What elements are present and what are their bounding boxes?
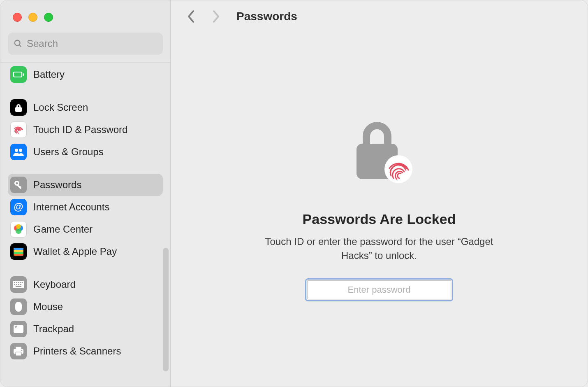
svg-rect-36	[16, 352, 21, 356]
lock-icon	[10, 99, 27, 116]
sidebar-item-label: Lock Screen	[33, 102, 88, 113]
search-field[interactable]	[8, 33, 163, 55]
svg-point-6	[15, 149, 18, 152]
system-settings-window: BatteryLock ScreenTouch ID & PasswordUse…	[0, 0, 588, 387]
sidebar-item-label: Touch ID & Password	[33, 124, 127, 135]
svg-point-37	[21, 350, 23, 351]
mouse-icon	[10, 298, 27, 315]
sidebar-item-mouse[interactable]: Mouse	[8, 296, 163, 318]
chevron-right-icon	[211, 9, 221, 23]
sidebar-item-label: Wallet & Apple Pay	[33, 246, 117, 257]
battery-icon	[10, 66, 27, 83]
sidebar-item-lock-screen[interactable]: Lock Screen	[8, 96, 163, 119]
search-input[interactable]	[23, 38, 157, 49]
sidebar-item-label: Trackpad	[33, 323, 74, 335]
close-window-button[interactable]	[13, 13, 22, 22]
sidebar-item-label: Internet Accounts	[33, 201, 109, 213]
svg-rect-28	[16, 284, 17, 285]
minimize-window-button[interactable]	[28, 13, 37, 22]
svg-rect-32	[15, 302, 22, 312]
fingerprint-icon	[10, 121, 27, 138]
sidebar-item-label: Users & Groups	[33, 146, 104, 158]
sidebar-item-label: Passwords	[33, 179, 81, 191]
gamecenter-icon	[10, 221, 27, 238]
svg-rect-31	[16, 286, 21, 287]
window-controls	[0, 0, 170, 22]
sidebar-item-touch-id[interactable]: Touch ID & Password	[8, 119, 163, 141]
sidebar-item-users-groups[interactable]: Users & Groups	[8, 141, 163, 163]
sidebar-item-label: Mouse	[33, 301, 63, 312]
sidebar-item-label: Keyboard	[33, 279, 76, 290]
svg-point-16	[16, 224, 21, 229]
svg-rect-5	[15, 107, 22, 112]
svg-point-0	[15, 40, 20, 46]
sidebar-item-internet-accounts[interactable]: @Internet Accounts	[8, 196, 163, 218]
key-icon	[10, 177, 27, 193]
svg-line-1	[19, 45, 21, 47]
sidebar: BatteryLock ScreenTouch ID & PasswordUse…	[0, 0, 171, 387]
sidebar-item-printers[interactable]: Printers & Scanners	[8, 340, 163, 362]
sidebar-item-battery[interactable]: Battery	[8, 63, 163, 86]
chevron-left-icon	[186, 9, 196, 23]
svg-rect-17	[14, 248, 23, 250]
sidebar-item-label: Battery	[33, 69, 65, 80]
svg-point-7	[19, 149, 22, 152]
svg-rect-23	[16, 282, 17, 283]
svg-point-9	[16, 182, 18, 184]
sidebar-item-game-center[interactable]: Game Center	[8, 218, 163, 240]
sidebar-item-passwords[interactable]: Passwords	[8, 174, 163, 196]
forward-button[interactable]	[208, 8, 224, 25]
svg-rect-34	[16, 347, 21, 349]
fingerprint-icon	[384, 155, 412, 183]
password-input[interactable]	[307, 280, 451, 299]
svg-text:@: @	[14, 201, 23, 212]
sidebar-scroll[interactable]: BatteryLock ScreenTouch ID & PasswordUse…	[0, 63, 170, 387]
printer-icon	[10, 343, 27, 359]
svg-rect-25	[20, 282, 21, 283]
svg-rect-33	[14, 325, 23, 333]
locked-title: Passwords Are Locked	[303, 211, 456, 227]
trackpad-icon	[10, 321, 27, 337]
svg-rect-26	[22, 282, 23, 283]
sidebar-item-wallet[interactable]: Wallet & Apple Pay	[8, 240, 163, 263]
topbar: Passwords	[171, 0, 588, 33]
users-icon	[10, 144, 27, 160]
fullscreen-window-button[interactable]	[44, 13, 53, 22]
keyboard-icon	[10, 276, 27, 293]
locked-subtitle: Touch ID or enter the password for the u…	[252, 235, 507, 262]
main-panel: Passwords	[171, 0, 588, 387]
search-icon	[14, 39, 23, 48]
sidebar-item-label: Game Center	[33, 224, 93, 235]
svg-rect-24	[18, 282, 19, 283]
wallet-icon	[10, 243, 27, 260]
svg-rect-4	[23, 73, 24, 76]
svg-point-15	[16, 228, 21, 234]
svg-rect-29	[18, 284, 19, 285]
svg-rect-27	[14, 284, 15, 285]
lock-graphic	[344, 107, 414, 189]
back-button[interactable]	[183, 8, 199, 25]
svg-rect-18	[14, 250, 23, 252]
content-area: Passwords Are Locked Touch ID or enter t…	[171, 33, 588, 387]
sidebar-item-keyboard[interactable]: Keyboard	[8, 273, 163, 296]
sidebar-item-trackpad[interactable]: Trackpad	[8, 318, 163, 340]
svg-rect-30	[20, 284, 21, 285]
svg-rect-3	[14, 72, 21, 77]
page-title: Passwords	[236, 10, 297, 23]
svg-rect-22	[14, 282, 15, 283]
svg-rect-19	[14, 252, 23, 254]
scrollbar[interactable]	[163, 248, 169, 371]
at-icon: @	[10, 199, 27, 215]
svg-rect-20	[14, 254, 23, 256]
sidebar-item-label: Printers & Scanners	[33, 345, 121, 357]
